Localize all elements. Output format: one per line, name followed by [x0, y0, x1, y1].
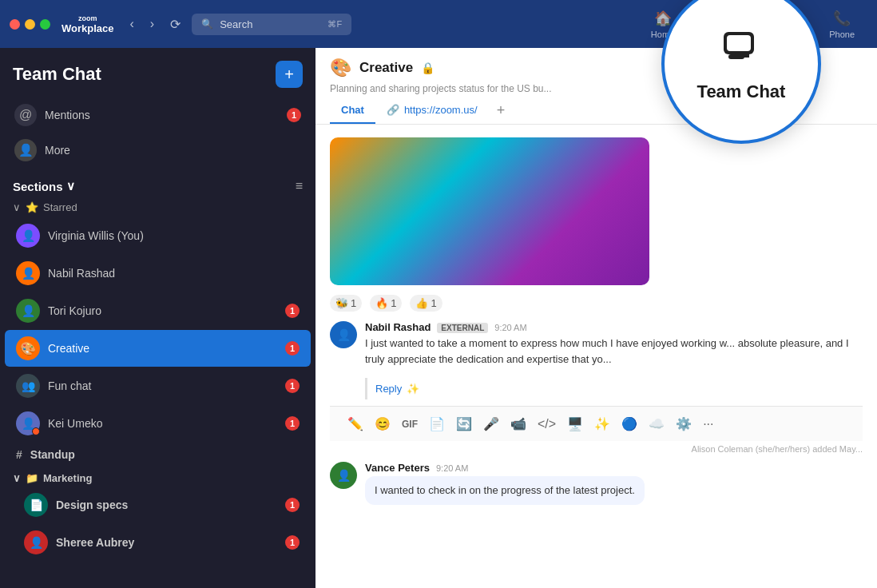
- ai-icon: ✨: [407, 383, 419, 395]
- sidebar-item-mentions[interactable]: @ Mentions 1: [6, 97, 309, 133]
- kei-badge: 1: [285, 416, 300, 431]
- zoom-logo: zoom Workplace: [62, 14, 114, 34]
- sidebar-item-more[interactable]: 👤 More: [6, 133, 309, 168]
- msg-badge-nabil: EXTERNAL: [437, 323, 488, 333]
- avatar-tori: 👤: [16, 299, 40, 323]
- video-button[interactable]: 📹: [507, 413, 530, 435]
- search-bar[interactable]: 🔍 Search ⌘F: [192, 14, 351, 35]
- chat-item-tori[interactable]: 👤 Tori Kojuro 1: [5, 292, 311, 329]
- traffic-lights: [10, 19, 50, 30]
- tab-chat[interactable]: Chat: [330, 97, 375, 124]
- sections-label: Sections: [13, 180, 63, 193]
- avatar-creative: 🎨: [16, 336, 40, 360]
- channel-name: Creative: [359, 60, 413, 76]
- reply-label: Reply: [375, 383, 402, 395]
- nav-forward-button[interactable]: ›: [145, 14, 159, 34]
- mic-button[interactable]: 🎤: [480, 413, 502, 435]
- chat-item-virginia[interactable]: 👤 Virginia Willis (You): [5, 217, 311, 254]
- refresh-button[interactable]: 🔄: [453, 413, 475, 435]
- avatar-funchat: 👥: [16, 374, 40, 398]
- cloud-button[interactable]: ☁️: [645, 413, 668, 435]
- history-button[interactable]: ⟳: [165, 14, 185, 35]
- settings-button[interactable]: ⚙️: [673, 413, 695, 435]
- msg-avatar-nabil: 👤: [330, 321, 357, 348]
- svg-rect-1: [727, 35, 751, 51]
- tab-link[interactable]: 🔗 https://zoom.us/: [375, 97, 489, 124]
- avatar-kei: 👤: [16, 411, 40, 435]
- more-icon: 👤: [14, 139, 37, 161]
- chat-item-creative[interactable]: 🎨 Creative 1: [5, 330, 311, 367]
- mentions-badge: 1: [287, 108, 301, 122]
- link-icon: 🔗: [387, 104, 399, 116]
- file-button[interactable]: 📄: [426, 413, 448, 435]
- tab-chat-label: Chat: [341, 104, 364, 116]
- sheree-badge: 1: [285, 535, 300, 550]
- chat-item-label-nabil: Nabil Rashad: [48, 267, 115, 280]
- sidebar: Team Chat + @ Mentions 1 👤 More Sections…: [0, 48, 315, 588]
- search-shortcut: ⌘F: [327, 19, 342, 30]
- tooltip-label: Team Chat: [697, 81, 786, 102]
- avatar-designspecs: 📄: [24, 493, 48, 517]
- maximize-window-btn[interactable]: [40, 19, 50, 30]
- edit-button[interactable]: ✏️: [344, 413, 367, 435]
- chat-item-label-creative: Creative: [48, 342, 89, 355]
- more-label: More: [45, 144, 70, 157]
- nav-back-button[interactable]: ‹: [125, 14, 139, 34]
- chat-item-label-virginia: Virginia Willis (You): [48, 229, 144, 242]
- chat-item-funchat[interactable]: 👥 Fun chat 1: [5, 368, 311, 404]
- reaction-fire[interactable]: 🔥 1: [370, 295, 402, 312]
- reply-box[interactable]: Reply ✨: [365, 378, 863, 399]
- msg-text-vance: I wanted to check in on the progress of …: [365, 476, 645, 505]
- svg-rect-2: [728, 54, 744, 59]
- chat-item-label-kei: Kei Umeko: [48, 417, 102, 430]
- chat-item-label-standup: Standup: [30, 448, 75, 461]
- screen-button[interactable]: 🖥️: [564, 413, 586, 435]
- msg-sender-vance: Vance Peters: [365, 462, 430, 474]
- shared-image: [330, 137, 649, 285]
- creative-badge: 1: [285, 341, 300, 356]
- more-tools-button[interactable]: ···: [700, 414, 716, 435]
- drive-button[interactable]: 🔵: [618, 413, 641, 435]
- zoom-logo-small: zoom: [78, 14, 97, 22]
- channel-hash-icon: #: [16, 448, 22, 461]
- avatar-nabil: 👤: [16, 261, 40, 285]
- emoji-button[interactable]: 😊: [371, 413, 394, 435]
- msg-avatar-vance: 👤: [330, 462, 357, 489]
- tooltip-chat-icon: [720, 26, 762, 75]
- chat-item-sheree[interactable]: 👤 Sheree Aubrey 1: [5, 524, 311, 561]
- search-icon: 🔍: [201, 18, 213, 30]
- starred-group-label[interactable]: ∨ ⭐ Starred: [0, 198, 315, 217]
- collapse-icon: ∨: [13, 201, 21, 213]
- compose-button[interactable]: +: [276, 61, 303, 88]
- chat-item-kei[interactable]: 👤 Kei Umeko 1: [5, 405, 311, 442]
- msg-header-nabil: Nabil Rashad EXTERNAL 9:20 AM: [365, 321, 863, 333]
- zoom-logo-large: Workplace: [62, 22, 114, 34]
- bee-emoji: 🐝: [335, 297, 348, 309]
- fire-emoji: 🔥: [375, 297, 388, 309]
- sections-title[interactable]: Sections ∨: [13, 179, 75, 193]
- thumbsup-count: 1: [431, 297, 436, 309]
- chat-item-label-tori: Tori Kojuro: [48, 304, 101, 317]
- add-tab-button[interactable]: +: [489, 97, 514, 124]
- chat-item-standup[interactable]: # Standup: [5, 443, 311, 467]
- chat-item-label-designspecs: Design specs: [56, 499, 128, 511]
- bee-count: 1: [351, 297, 356, 309]
- chat-item-designspecs[interactable]: 📄 Design specs 1: [5, 487, 311, 523]
- tooltip-overlay: Team Chat: [661, 0, 837, 160]
- starred-label: Starred: [43, 201, 77, 213]
- filter-icon[interactable]: ≡: [296, 179, 303, 193]
- msg-content-vance: Vance Peters 9:20 AM I wanted to check i…: [365, 462, 863, 505]
- ai-toolbar-button[interactable]: ✨: [591, 413, 613, 435]
- minimize-window-btn[interactable]: [25, 19, 35, 30]
- marketing-folder-label[interactable]: ∨ 📁 Marketing: [0, 467, 315, 486]
- reaction-bee[interactable]: 🐝 1: [330, 295, 362, 312]
- reaction-thumbsup[interactable]: 👍 1: [410, 295, 442, 312]
- msg-time-vance: 9:20 AM: [436, 463, 468, 473]
- code-button[interactable]: </>: [534, 414, 559, 435]
- lock-icon: 🔒: [421, 62, 435, 74]
- gif-button[interactable]: GIF: [399, 415, 421, 433]
- chat-item-nabil[interactable]: 👤 Nabil Rashad: [5, 255, 311, 292]
- msg-sender-nabil: Nabil Rashad: [365, 321, 431, 333]
- close-window-btn[interactable]: [10, 19, 20, 30]
- chat-messages: 🐝 1 🔥 1 👍 1 👤 Nabil Rashad EXTERNAL 9:20…: [315, 125, 877, 588]
